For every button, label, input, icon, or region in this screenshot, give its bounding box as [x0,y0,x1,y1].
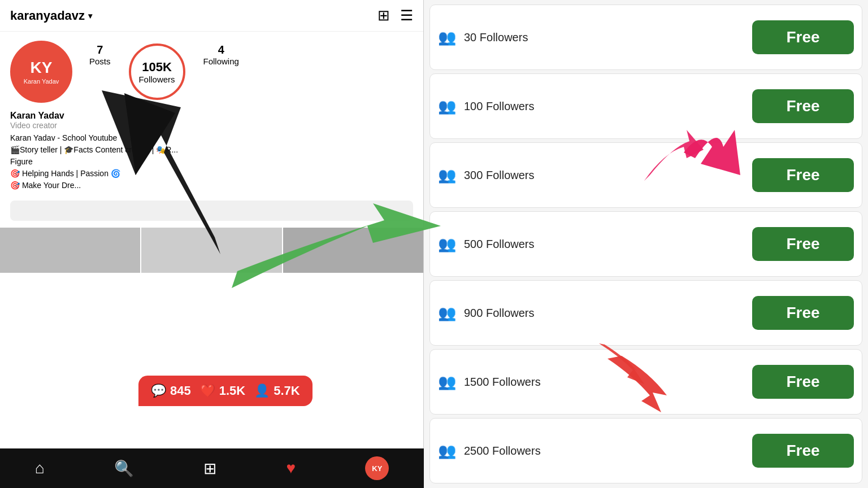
home-nav-icon[interactable]: ⌂ [35,459,45,477]
followers-bubble-stat: 👤 5.7K [254,384,300,398]
follower-icon-0: 👥 [438,29,458,46]
comments-stat: 💬 845 [151,384,191,398]
free-button-1[interactable]: Free [752,89,854,123]
follower-row-2: 👥300 FollowersFree [429,142,862,208]
following-count: 4 [218,43,224,56]
likes-count: 1.5K [219,384,245,398]
follower-icon-6: 👥 [438,442,458,460]
bio-line2: 🎬Story teller | 🎓Facts Content creator |… [10,145,178,154]
follower-row-6: 👥2500 FollowersFree [429,418,862,483]
follower-row-3: 👥500 FollowersFree [429,211,862,277]
free-button-4[interactable]: Free [752,296,854,330]
heart-icon: ❤️ [200,384,215,398]
comments-count: 845 [170,384,191,398]
bio-line4: 🎯 Helping Hands | Passion 🌀 [10,169,120,178]
bio-line1: Karan Yadav - School Youtube [10,133,117,142]
post-thumb-3[interactable] [283,228,423,273]
post-thumb-2[interactable] [141,228,281,273]
posts-stat[interactable]: 7 Posts [89,43,111,100]
story-bar [0,196,423,225]
follower-icon-4: 👥 [438,304,458,322]
free-button-2[interactable]: Free [752,158,854,192]
followers-stat[interactable]: 105K Followers [129,43,185,100]
followers-packages-panel: 👥30 FollowersFree👥100 FollowersFree👥300 … [424,0,868,488]
followers-circle-border [129,43,185,100]
free-button-3[interactable]: Free [752,227,854,261]
follower-count-text-4: 900 Followers [464,307,747,320]
bottom-nav: ⌂ 🔍 ⊞ ♥ KY [0,448,424,488]
followers-bubble-count: 5.7K [274,384,300,398]
follower-icon-5: 👥 [438,373,458,391]
add-nav-icon[interactable]: ⊞ [203,459,216,478]
username-text: karanyadavz [10,8,85,23]
following-label: Following [203,56,239,66]
top-bar: karanyadavz ▾ ⊞ ☰ [0,0,423,32]
username-area[interactable]: karanyadavz ▾ [10,8,92,23]
person-icon: 👤 [254,384,270,398]
follower-icon-2: 👥 [438,167,458,184]
chevron-down-icon: ▾ [88,11,92,20]
avatar-name-label: Karan Yadav [24,78,59,85]
follower-row-0: 👥30 FollowersFree [429,5,862,70]
bio-text: Karan Yadav - School Youtube 🎬Story tell… [10,132,413,191]
nav-avatar-initials: KY [372,464,382,473]
story-placeholder [10,201,413,221]
follower-count-text-6: 2500 Followers [464,445,747,457]
profile-nav-avatar[interactable]: KY [365,456,389,480]
follower-icon-1: 👥 [438,98,458,115]
bio-section: Karan Yadav Video creator Karan Yadav - … [0,108,423,196]
engagement-bubble: 💬 845 ❤️ 1.5K 👤 5.7K [138,376,313,406]
add-post-icon[interactable]: ⊞ [377,7,390,24]
post-thumb-1[interactable] [0,228,140,273]
avatar[interactable]: KY Karan Yadav [10,41,72,103]
free-button-6[interactable]: Free [752,434,854,468]
follower-count-text-2: 300 Followers [464,169,747,182]
avatar-wrapper: KY Karan Yadav [10,41,72,103]
follower-count-text-0: 30 Followers [464,31,747,44]
follower-row-1: 👥100 FollowersFree [429,73,862,139]
following-stat[interactable]: 4 Following [203,43,239,100]
comment-icon: 💬 [151,384,166,398]
free-button-0[interactable]: Free [752,20,854,54]
top-icons: ⊞ ☰ [377,7,413,24]
bio-line5: 🎯 Make Your Dre... [10,181,81,190]
bio-name: Karan Yadav [10,111,413,121]
follower-count-text-5: 1500 Followers [464,376,747,389]
free-button-5[interactable]: Free [752,365,854,399]
avatar-initials: KY [31,59,53,77]
posts-label: Posts [89,56,111,66]
posts-count: 7 [97,43,103,56]
follower-count-text-3: 500 Followers [464,238,747,251]
menu-icon[interactable]: ☰ [400,7,413,24]
likes-stat: ❤️ 1.5K [200,384,245,398]
follower-row-5: 👥1500 FollowersFree [429,349,862,415]
bio-line3: Figure [10,157,33,166]
posts-row [0,225,423,273]
heart-nav-icon[interactable]: ♥ [286,459,296,477]
search-nav-icon[interactable]: 🔍 [114,459,134,478]
bio-subtitle: Video creator [10,121,413,130]
follower-icon-3: 👥 [438,236,458,253]
stats-row: 7 Posts 105K Followers 4 Following [89,43,413,100]
instagram-profile-panel: karanyadavz ▾ ⊞ ☰ KY Karan Yadav 7 Posts… [0,0,424,488]
profile-section: KY Karan Yadav 7 Posts 105K Followers 4 … [0,32,423,108]
follower-row-4: 👥900 FollowersFree [429,280,862,346]
follower-count-text-1: 100 Followers [464,100,747,113]
